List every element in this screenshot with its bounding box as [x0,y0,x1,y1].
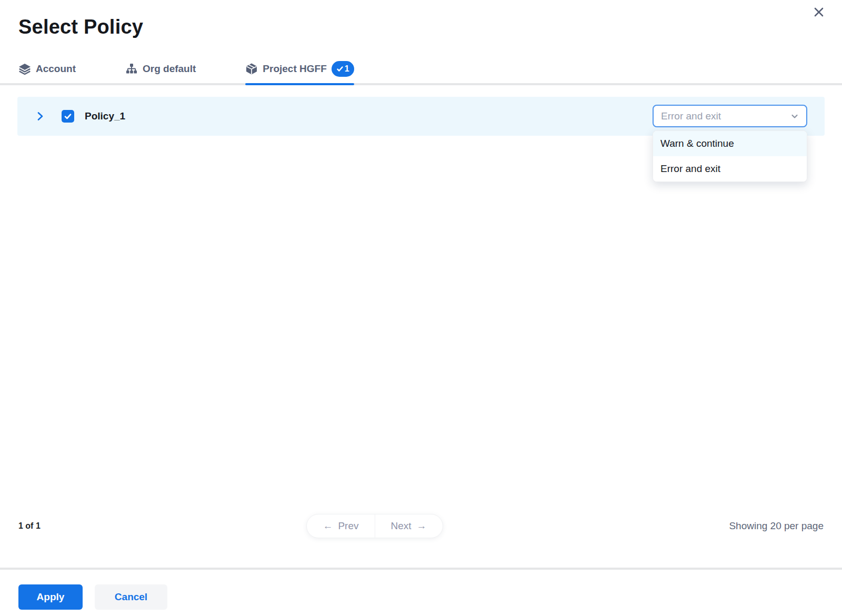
expand-row-button[interactable] [34,110,46,123]
next-label: Next [391,520,412,532]
dropdown-option-error-exit[interactable]: Error and exit [653,156,807,181]
badge-count: 1 [345,64,349,74]
tab-account[interactable]: Account [18,61,76,83]
footer: Apply Cancel [0,570,842,616]
action-dropdown-menu: Warn & continue Error and exit [653,130,807,182]
close-icon [813,6,825,18]
tab-org-default[interactable]: Org default [125,61,196,83]
check-icon [336,65,344,73]
tab-bar: Account Org default [0,61,842,85]
apply-button[interactable]: Apply [18,584,83,610]
action-select[interactable]: Error and exit [653,105,807,127]
page-status: 1 of 1 [18,521,353,531]
prev-label: Prev [338,520,358,532]
pagination-pill: ← Prev Next → [306,514,443,538]
org-chart-icon [125,63,138,75]
selected-count-badge: 1 [332,61,354,77]
policy-checkbox[interactable] [62,110,74,123]
package-icon [245,63,258,75]
layers-icon [18,63,31,75]
per-page-status: Showing 20 per page [729,520,824,532]
policy-list: Policy_1 Error and exit Warn & continue … [0,85,842,514]
cancel-button[interactable]: Cancel [95,584,167,610]
close-button[interactable] [811,5,826,19]
page-title: Select Policy [18,16,842,39]
action-select-value: Error and exit [661,110,721,122]
check-icon [64,112,72,120]
tab-label: Project HGFF [263,63,326,75]
policy-row: Policy_1 Error and exit Warn & continue … [17,97,825,136]
select-policy-modal: Select Policy Account [0,0,842,616]
arrow-left-icon: ← [323,520,333,532]
policy-name: Policy_1 [85,110,125,122]
prev-button[interactable]: ← Prev [307,514,374,538]
pagination-bar: 1 of 1 ← Prev Next → Showing 20 per page [0,514,842,538]
chevron-right-icon [35,111,45,122]
next-button[interactable]: Next → [375,514,443,538]
tab-label: Org default [143,63,196,75]
tab-label: Account [36,63,76,75]
chevron-down-icon [789,111,800,122]
tab-project-hgff[interactable]: Project HGFF 1 [245,61,354,83]
arrow-right-icon: → [417,520,427,532]
dropdown-option-warn-continue[interactable]: Warn & continue [653,131,807,156]
